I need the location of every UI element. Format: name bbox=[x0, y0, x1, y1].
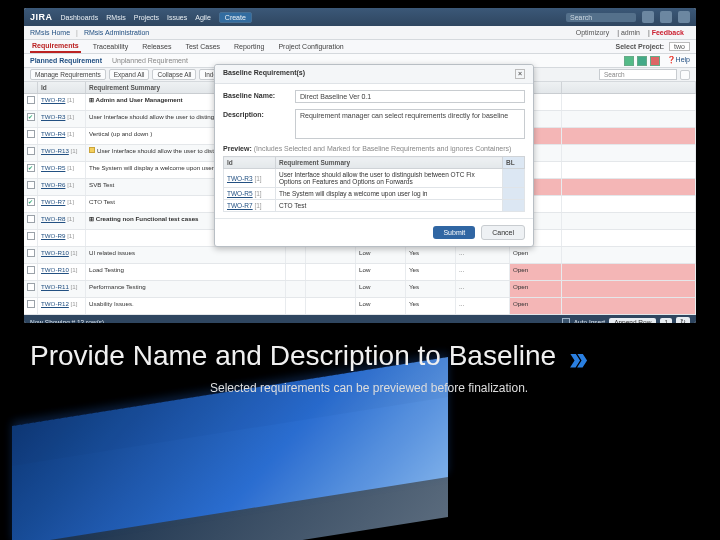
table-row[interactable]: TWO-R10 [1]Load TestingLowYes...Open bbox=[24, 264, 696, 281]
help-link[interactable]: ❓Help bbox=[667, 56, 690, 66]
requirement-id-link[interactable]: TWO-R6 bbox=[41, 181, 65, 188]
close-icon[interactable]: × bbox=[515, 69, 525, 79]
tab-unplanned-requirement[interactable]: Unplanned Requirement bbox=[112, 55, 188, 66]
export-excel-icon[interactable] bbox=[624, 56, 634, 66]
row-checkbox[interactable] bbox=[27, 96, 35, 104]
page-refresh-icon[interactable]: ↻ bbox=[676, 317, 690, 323]
cell-feasibility: Yes bbox=[406, 298, 456, 314]
expand-all-button[interactable]: Expand All bbox=[109, 69, 150, 80]
row-checkbox[interactable] bbox=[27, 300, 35, 308]
crumb-home[interactable]: RMsis Home bbox=[30, 29, 70, 36]
table-row[interactable]: TWO-R11 [1]Performance TestingLowYes...O… bbox=[24, 281, 696, 298]
table-row[interactable]: TWO-R10 [1]UI related issuesLowYes...Ope… bbox=[24, 247, 696, 264]
tab-requirements[interactable]: Requirements bbox=[30, 40, 81, 53]
row-checkbox[interactable] bbox=[27, 198, 35, 206]
tab-releases[interactable]: Releases bbox=[140, 41, 173, 52]
nav-create-button[interactable]: Create bbox=[219, 12, 252, 23]
row-checkbox[interactable] bbox=[27, 164, 35, 172]
cell-criticality: Low bbox=[356, 281, 406, 297]
requirement-id-link[interactable]: TWO-R8 bbox=[41, 215, 65, 222]
row-checkbox[interactable] bbox=[27, 130, 35, 138]
tab-traceability[interactable]: Traceability bbox=[91, 41, 131, 52]
preview-row: TWO-R3 [1]User Interface should allow th… bbox=[224, 169, 525, 188]
auto-insert-checkbox[interactable] bbox=[562, 318, 570, 323]
cell-bl bbox=[286, 264, 306, 280]
append-row-button[interactable]: Append Row bbox=[609, 318, 656, 324]
row-checkbox[interactable] bbox=[27, 266, 35, 274]
requirement-id-link[interactable]: TWO-R10 bbox=[41, 266, 69, 273]
table-search-input[interactable]: Search bbox=[599, 69, 677, 80]
cell-status: Open bbox=[510, 264, 562, 280]
preview-col-id: Id bbox=[224, 157, 276, 169]
cell-criticality: Low bbox=[356, 264, 406, 280]
cell-comments: ... bbox=[456, 247, 510, 263]
row-checkbox[interactable] bbox=[27, 215, 35, 223]
select-project-dropdown[interactable]: two bbox=[669, 42, 690, 51]
row-checkbox[interactable] bbox=[27, 181, 35, 189]
table-footer: Now Showing # 13 row(s) Auto Insert Appe… bbox=[24, 315, 696, 323]
user-name[interactable]: admin bbox=[621, 29, 640, 36]
tab-planned-requirement[interactable]: Planned Requirement bbox=[30, 55, 102, 66]
nav-issues[interactable]: Issues bbox=[167, 14, 187, 21]
nav-projects[interactable]: Projects bbox=[134, 14, 159, 21]
description-label: Description: bbox=[223, 109, 295, 139]
global-search-input[interactable]: Search bbox=[566, 13, 636, 22]
requirement-id-link[interactable]: TWO-R12 bbox=[41, 300, 69, 307]
export-pdf-icon[interactable] bbox=[650, 56, 660, 66]
feedback-link[interactable]: Feedback bbox=[652, 29, 684, 36]
cancel-button[interactable]: Cancel bbox=[481, 225, 525, 240]
cell-comments: ... bbox=[456, 281, 510, 297]
row-checkbox[interactable] bbox=[27, 249, 35, 257]
preview-id-link[interactable]: TWO-R5 bbox=[227, 190, 253, 197]
tab-reporting[interactable]: Reporting bbox=[232, 41, 266, 52]
org-name: Optimizory bbox=[576, 29, 609, 36]
preview-row: TWO-R5 [1]The System will display a welc… bbox=[224, 188, 525, 200]
requirement-id-link[interactable]: TWO-R2 bbox=[41, 96, 65, 103]
preview-id-link[interactable]: TWO-R7 bbox=[227, 202, 253, 209]
preview-col-bl: BL bbox=[503, 157, 525, 169]
requirement-id-link[interactable]: TWO-R5 bbox=[41, 164, 65, 171]
cell-priority bbox=[306, 247, 356, 263]
table-row[interactable]: TWO-R12 [1]Usability Issues.LowYes...Ope… bbox=[24, 298, 696, 315]
tab-project-config[interactable]: Project Configuration bbox=[276, 41, 345, 52]
row-checkbox[interactable] bbox=[27, 147, 35, 155]
requirement-id-link[interactable]: TWO-R9 bbox=[41, 232, 65, 239]
tab-testcases[interactable]: Test Cases bbox=[183, 41, 222, 52]
baseline-name-input[interactable]: Direct Baseline Ver 0.1 bbox=[295, 90, 525, 103]
requirement-id-link[interactable]: TWO-R4 bbox=[41, 130, 65, 137]
gear-icon[interactable] bbox=[660, 11, 672, 23]
preview-bl bbox=[503, 200, 525, 212]
requirement-id-link[interactable]: TWO-R3 bbox=[41, 113, 65, 120]
col-id[interactable]: Id bbox=[38, 82, 86, 93]
row-checkbox[interactable] bbox=[27, 113, 35, 121]
manage-requirements-button[interactable]: Manage Requirements bbox=[30, 69, 106, 80]
caption-subtitle: Selected requirements can be previewed b… bbox=[210, 381, 690, 395]
requirement-summary: Load Testing bbox=[86, 264, 286, 280]
row-checkbox[interactable] bbox=[27, 283, 35, 291]
description-textarea[interactable]: Requirement manager can select requireme… bbox=[295, 109, 525, 139]
export-csv-icon[interactable] bbox=[637, 56, 647, 66]
cell-feasibility: Yes bbox=[406, 264, 456, 280]
nav-dashboards[interactable]: Dashboards bbox=[61, 14, 99, 21]
cell-comments: ... bbox=[456, 298, 510, 314]
crumb-admin[interactable]: RMsis Administration bbox=[84, 29, 149, 36]
cell-bl bbox=[286, 247, 306, 263]
collapse-all-button[interactable]: Collapse All bbox=[152, 69, 196, 80]
cell-bl bbox=[286, 281, 306, 297]
preview-id-link[interactable]: TWO-R3 bbox=[227, 175, 253, 182]
help-icon[interactable] bbox=[642, 11, 654, 23]
requirement-id-link[interactable]: TWO-R13 bbox=[41, 147, 69, 154]
user-avatar-icon[interactable] bbox=[678, 11, 690, 23]
preview-bl bbox=[503, 188, 525, 200]
nav-agile[interactable]: Agile bbox=[195, 14, 211, 21]
search-icon[interactable] bbox=[680, 70, 690, 80]
row-checkbox[interactable] bbox=[27, 232, 35, 240]
requirement-id-link[interactable]: TWO-R11 bbox=[41, 283, 69, 290]
baseline-name-label: Baseline Name: bbox=[223, 90, 295, 103]
nav-rmsis[interactable]: RMsis bbox=[106, 14, 125, 21]
requirement-id-link[interactable]: TWO-R10 bbox=[41, 249, 69, 256]
page-number[interactable]: 1 bbox=[660, 318, 672, 324]
cell-status: Open bbox=[510, 281, 562, 297]
submit-button[interactable]: Submit bbox=[433, 226, 475, 239]
requirement-id-link[interactable]: TWO-R7 bbox=[41, 198, 65, 205]
